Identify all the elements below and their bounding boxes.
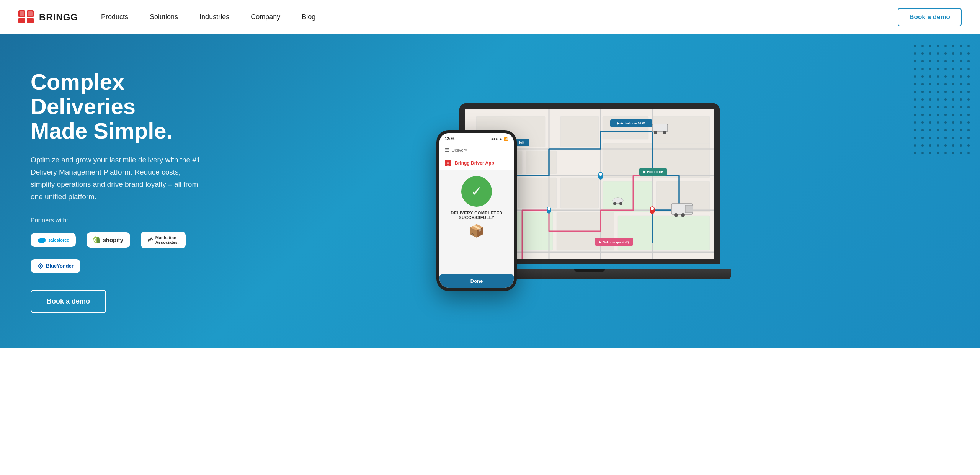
- svg-rect-184: [448, 160, 451, 163]
- svg-point-124: [960, 152, 962, 154]
- svg-point-107: [952, 137, 954, 139]
- bringg-icon: [445, 160, 452, 166]
- svg-point-168: [619, 202, 622, 205]
- svg-rect-143: [603, 181, 652, 212]
- hero-subtext: Optimize and grow your last mile deliver…: [31, 154, 207, 203]
- hero-headline: Complex Deliveries Made Simple.: [31, 70, 230, 143]
- package-icon: 📦: [469, 224, 484, 238]
- svg-point-7: [921, 45, 924, 47]
- svg-point-75: [952, 106, 954, 108]
- svg-point-180: [651, 207, 654, 210]
- salesforce-icon: [38, 237, 46, 243]
- svg-point-21: [967, 52, 970, 55]
- svg-point-52: [960, 83, 962, 85]
- svg-point-83: [952, 114, 954, 116]
- bringg-logo-icon: [18, 10, 35, 24]
- svg-point-28: [960, 60, 962, 62]
- svg-point-85: [967, 114, 970, 116]
- svg-rect-137: [518, 178, 557, 208]
- svg-point-36: [960, 68, 962, 70]
- svg-point-77: [967, 106, 970, 108]
- svg-point-19: [952, 52, 954, 55]
- svg-point-162: [654, 131, 657, 134]
- partner-shopify: shopify: [87, 232, 130, 248]
- svg-point-167: [613, 202, 616, 205]
- svg-point-29: [967, 60, 970, 62]
- svg-point-51: [952, 83, 954, 85]
- phone-mockup: 12:36 ●●● ▲ 📶 ☰ Delivery: [436, 130, 517, 291]
- svg-point-6: [914, 45, 916, 47]
- svg-point-45: [967, 75, 970, 78]
- svg-point-108: [960, 137, 962, 139]
- svg-point-13: [967, 45, 970, 47]
- svg-point-117: [967, 144, 970, 147]
- svg-point-101: [967, 129, 970, 131]
- svg-point-20: [960, 52, 962, 55]
- blueyonder-icon: [38, 263, 44, 269]
- nav-solutions[interactable]: Solutions: [150, 13, 178, 21]
- svg-point-109: [967, 137, 970, 139]
- navbar: BRINGG Products Solutions Industries Com…: [0, 0, 980, 34]
- brand-name: BRINGG: [39, 12, 78, 23]
- svg-point-99: [952, 129, 954, 131]
- svg-rect-5: [28, 11, 33, 16]
- svg-rect-3: [27, 18, 34, 23]
- phone-content-area: ✓ DELIVERY COMPLETED SUCCESSFULLY 📦: [439, 170, 514, 274]
- svg-point-15: [921, 52, 924, 55]
- svg-point-27: [952, 60, 954, 62]
- svg-rect-185: [445, 163, 448, 166]
- phone-status-bar: 12:36 ●●● ▲ 📶: [439, 133, 514, 144]
- svg-point-93: [967, 121, 970, 124]
- svg-rect-135: [526, 151, 557, 174]
- phone-app-title: Bringg Driver App: [439, 156, 514, 170]
- svg-rect-138: [560, 178, 599, 208]
- svg-point-35: [952, 68, 954, 70]
- svg-point-174: [681, 213, 685, 217]
- svg-rect-161: [652, 124, 668, 132]
- svg-point-11: [952, 45, 954, 47]
- svg-point-69: [967, 98, 970, 101]
- hero-right-devices: ▶ 3km left ▶ Arrival time 10:07: [230, 61, 949, 322]
- svg-point-43: [952, 75, 954, 78]
- svg-rect-186: [448, 163, 451, 166]
- svg-point-67: [952, 98, 954, 101]
- svg-point-61: [967, 91, 970, 93]
- hero-left-content: Complex Deliveries Made Simple. Optimize…: [31, 70, 230, 313]
- svg-point-12: [960, 45, 962, 47]
- nav-industries[interactable]: Industries: [199, 13, 229, 21]
- nav-links: Products Solutions Industries Company Bl…: [101, 13, 898, 21]
- phone-done-button[interactable]: Done: [439, 274, 514, 288]
- phone-screen: 12:36 ●●● ▲ 📶 ☰ Delivery: [439, 133, 514, 288]
- svg-point-182: [548, 207, 550, 210]
- nav-products[interactable]: Products: [101, 13, 128, 21]
- nav-company[interactable]: Company: [251, 13, 280, 21]
- svg-point-18: [944, 52, 947, 55]
- partner-manhattan: ManhattanAssociates.: [141, 232, 186, 248]
- shopify-icon: [93, 236, 100, 244]
- logo-link[interactable]: BRINGG: [18, 10, 78, 24]
- svg-point-115: [952, 144, 954, 147]
- hero-book-demo-button[interactable]: Book a demo: [31, 290, 106, 313]
- svg-point-92: [960, 121, 962, 124]
- svg-point-17: [937, 52, 939, 55]
- svg-text:▶ Arrival time 10:07: ▶ Arrival time 10:07: [617, 122, 646, 125]
- svg-rect-2: [18, 18, 25, 23]
- svg-rect-183: [445, 160, 448, 163]
- svg-rect-172: [685, 205, 693, 213]
- svg-marker-131: [39, 265, 42, 267]
- partners-label: Partners with:: [31, 217, 230, 224]
- svg-point-68: [960, 98, 962, 101]
- laptop-mockup: ▶ 3km left ▶ Arrival time 10:07: [459, 103, 720, 279]
- svg-point-123: [952, 152, 954, 154]
- nav-blog[interactable]: Blog: [302, 13, 315, 21]
- hero-section: Complex Deliveries Made Simple. Optimize…: [0, 34, 980, 348]
- svg-point-8: [929, 45, 931, 47]
- svg-point-53: [967, 83, 970, 85]
- svg-point-60: [960, 91, 962, 93]
- phone-app-header: ☰ Delivery: [439, 144, 514, 156]
- svg-point-84: [960, 114, 962, 116]
- nav-book-demo-button[interactable]: Book a demo: [898, 8, 962, 26]
- svg-point-125: [967, 152, 970, 154]
- svg-point-129: [40, 238, 43, 240]
- svg-point-163: [663, 131, 666, 134]
